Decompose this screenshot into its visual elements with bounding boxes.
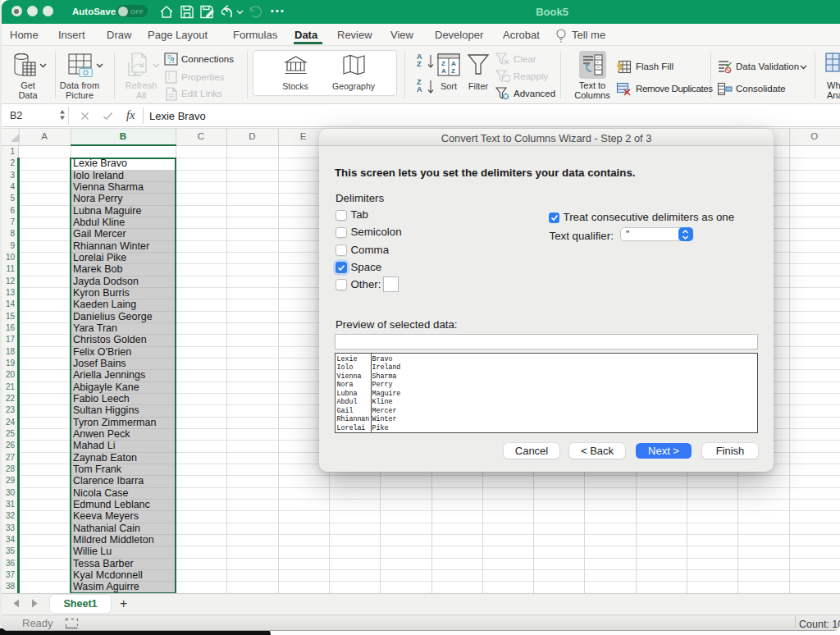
- svg-text:A: A: [451, 60, 456, 67]
- svg-text:A: A: [441, 67, 446, 75]
- svg-text:Z: Z: [451, 67, 455, 75]
- svg-text:Z: Z: [441, 60, 445, 67]
